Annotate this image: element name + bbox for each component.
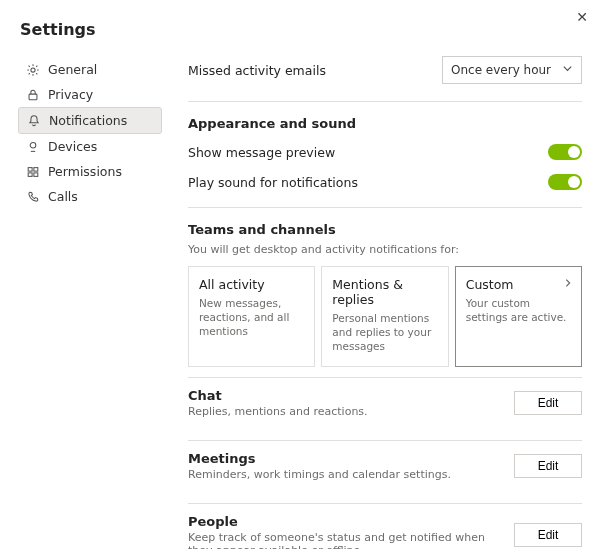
sidebar-item-privacy[interactable]: Privacy (18, 82, 162, 107)
settings-nav: GeneralPrivacyNotificationsDevicesPermis… (18, 57, 162, 209)
section-desc: Reminders, work timings and calendar set… (188, 468, 500, 481)
card-title: Custom (466, 277, 571, 292)
missed-activity-value: Once every hour (451, 63, 551, 77)
section-desc: Keep track of someone's status and get n… (188, 531, 500, 549)
settings-section: ChatReplies, mentions and reactions.Edit (188, 377, 582, 430)
card-title: Mentions & replies (332, 277, 437, 307)
svg-point-0 (31, 67, 35, 71)
message-preview-toggle[interactable] (548, 144, 582, 160)
close-button[interactable]: ✕ (576, 10, 588, 24)
sidebar-item-general[interactable]: General (18, 57, 162, 82)
sound-toggle[interactable] (548, 174, 582, 190)
missed-activity-label: Missed activity emails (188, 63, 326, 78)
edit-button[interactable]: Edit (514, 391, 582, 415)
chevron-down-icon (562, 63, 573, 77)
page-title: Settings (20, 20, 162, 39)
section-title: Meetings (188, 451, 500, 466)
teams-option-card[interactable]: All activityNew messages, reactions, and… (188, 266, 315, 367)
appearance-heading: Appearance and sound (188, 116, 582, 131)
teams-option-card[interactable]: Mentions & repliesPersonal mentions and … (321, 266, 448, 367)
divider (188, 207, 582, 208)
svg-rect-4 (34, 167, 38, 171)
sidebar-item-label: Privacy (48, 87, 93, 102)
card-desc: Personal mentions and replies to your me… (332, 311, 437, 354)
notifications-panel: Missed activity emails Once every hour A… (170, 0, 600, 549)
sidebar-item-notifications[interactable]: Notifications (18, 107, 162, 134)
gear-icon (26, 63, 40, 77)
sidebar-item-label: General (48, 62, 97, 77)
edit-button[interactable]: Edit (514, 523, 582, 547)
sound-label: Play sound for notifications (188, 175, 358, 190)
settings-sidebar: Settings GeneralPrivacyNotificationsDevi… (0, 0, 170, 549)
teams-options: All activityNew messages, reactions, and… (188, 266, 582, 367)
sidebar-item-label: Notifications (49, 113, 127, 128)
chevron-right-icon (563, 277, 573, 291)
section-title: People (188, 514, 500, 529)
svg-rect-3 (28, 167, 32, 171)
sidebar-item-label: Calls (48, 189, 78, 204)
teams-heading: Teams and channels (188, 222, 582, 237)
card-desc: Your custom settings are active. (466, 296, 571, 324)
phone-icon (26, 190, 40, 204)
card-desc: New messages, reactions, and all mention… (199, 296, 304, 339)
section-desc: Replies, mentions and reactions. (188, 405, 500, 418)
sidebar-item-permissions[interactable]: Permissions (18, 159, 162, 184)
teams-subheading: You will get desktop and activity notifi… (188, 243, 582, 256)
sidebar-item-devices[interactable]: Devices (18, 134, 162, 159)
svg-rect-5 (28, 172, 32, 176)
svg-rect-6 (34, 172, 38, 176)
svg-rect-1 (29, 94, 37, 100)
edit-button[interactable]: Edit (514, 454, 582, 478)
sidebar-item-label: Permissions (48, 164, 122, 179)
divider (188, 101, 582, 102)
perm-icon (26, 165, 40, 179)
teams-option-card[interactable]: CustomYour custom settings are active. (455, 266, 582, 367)
sidebar-item-label: Devices (48, 139, 97, 154)
settings-section: PeopleKeep track of someone's status and… (188, 503, 582, 549)
card-title: All activity (199, 277, 304, 292)
lock-icon (26, 88, 40, 102)
section-title: Chat (188, 388, 500, 403)
bell-icon (27, 114, 41, 128)
settings-section: MeetingsReminders, work timings and cale… (188, 440, 582, 493)
svg-point-2 (30, 142, 36, 148)
missed-activity-select[interactable]: Once every hour (442, 56, 582, 84)
message-preview-label: Show message preview (188, 145, 335, 160)
device-icon (26, 140, 40, 154)
sidebar-item-calls[interactable]: Calls (18, 184, 162, 209)
